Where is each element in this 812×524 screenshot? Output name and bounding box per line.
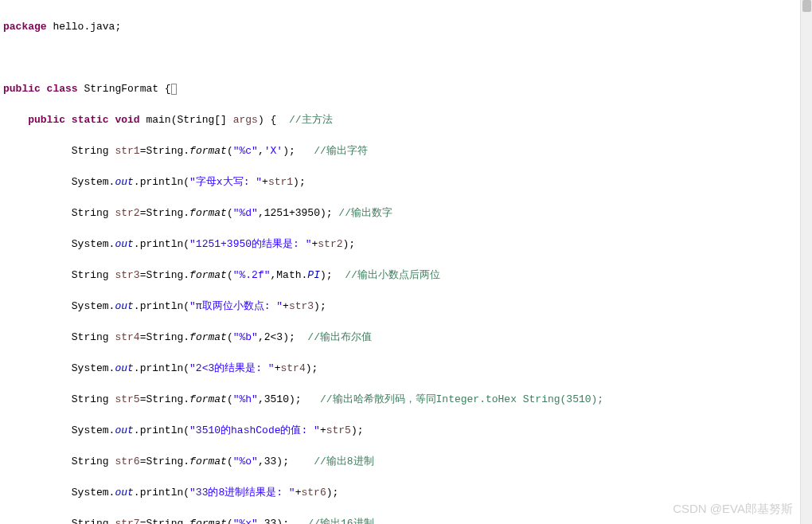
code-line[interactable]	[3, 50, 800, 66]
vertical-scrollbar[interactable]	[800, 0, 812, 524]
code-line[interactable]: String str1=String.format("%c",'X'); //输…	[3, 143, 800, 159]
scrollbar-thumb[interactable]	[802, 0, 811, 12]
code-line[interactable]: String str4=String.format("%b",2<3); //输…	[3, 330, 800, 346]
code-line[interactable]: String str3=String.format("%.2f",Math.PI…	[3, 268, 800, 284]
code-line[interactable]: System.out.println("2<3的结果是: "+str4);	[3, 361, 800, 377]
code-line[interactable]: String str5=String.format("%h",3510); //…	[3, 392, 800, 408]
code-line[interactable]: System.out.println("字母x大写: "+str1);	[3, 174, 800, 190]
cursor-highlight	[171, 84, 177, 95]
code-line[interactable]: System.out.println("1251+3950的结果是: "+str…	[3, 237, 800, 252]
watermark-text: CSDN @EVA郎基努斯	[673, 500, 793, 518]
code-editor[interactable]: package hello.java; public class StringF…	[0, 0, 800, 524]
code-line[interactable]: public static void main(String[] args) {…	[3, 112, 800, 128]
code-line[interactable]: public class StringFormat {	[3, 81, 800, 97]
code-line[interactable]: System.out.println("π取两位小数点: "+str3);	[3, 299, 800, 315]
code-line[interactable]: System.out.println("3510的hashCode的值: "+s…	[3, 423, 800, 439]
code-line[interactable]: String str6=String.format("%o",33); //输出…	[3, 454, 800, 470]
code-line[interactable]: String str2=String.format("%d",1251+3950…	[3, 205, 800, 221]
code-line[interactable]: System.out.println("33的8进制结果是: "+str6);	[3, 485, 800, 501]
code-line[interactable]: package hello.java;	[3, 19, 800, 35]
